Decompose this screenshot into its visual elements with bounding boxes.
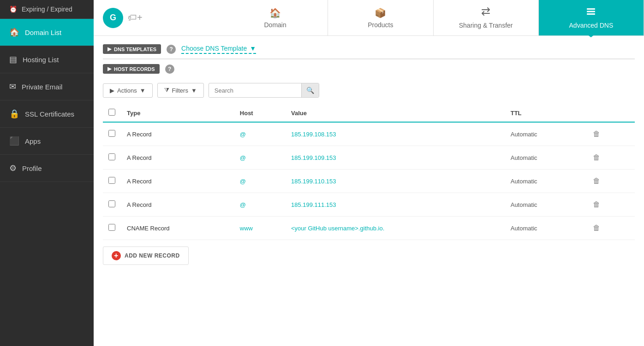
table-row: A Record@185.199.110.153Automatic🗑	[103, 170, 635, 193]
dns-templates-help-icon[interactable]: ?	[167, 45, 176, 54]
search-box: 🔍	[209, 83, 319, 98]
sidebar-item-hosting-list[interactable]: ▤ Hosting List	[0, 46, 94, 73]
filter-icon: ⧩	[164, 87, 169, 94]
record-value: 185.199.108.153	[286, 122, 505, 146]
search-button[interactable]: 🔍	[301, 83, 319, 97]
col-ttl: TTL	[505, 104, 584, 122]
delete-record-button-4[interactable]: 🗑	[590, 223, 603, 233]
actions-button[interactable]: ▶ Actions ▼	[103, 83, 153, 98]
table-row: A Record@185.199.109.153Automatic🗑	[103, 146, 635, 170]
col-host: Host	[234, 104, 286, 122]
dns-templates-section: ▶ DNS TEMPLATES ? Choose DNS Template ▼	[103, 36, 635, 59]
sidebar-item-private-email[interactable]: ✉ Private Email	[0, 73, 94, 100]
filters-button[interactable]: ⧩ Filters ▼	[157, 83, 204, 98]
toolbar: ▶ Actions ▼ ⧩ Filters ▼ 🔍	[103, 80, 635, 104]
record-ttl: Automatic	[505, 193, 584, 217]
record-ttl: Automatic	[505, 170, 584, 193]
dns-template-dropdown[interactable]: Choose DNS Template ▼	[181, 45, 256, 54]
actions-chevron-icon: ▼	[140, 87, 146, 94]
record-value: 185.199.109.153	[286, 146, 505, 170]
record-host: www	[234, 217, 286, 240]
host-records-section: ▶ HOST RECORDS ?	[103, 59, 635, 80]
svg-rect-1	[587, 11, 595, 12]
col-checkbox	[103, 104, 121, 122]
select-all-checkbox[interactable]	[108, 109, 115, 116]
record-ttl: Automatic	[505, 217, 584, 240]
avatar: G	[103, 8, 123, 28]
domain-tab-icon: 🏠	[269, 7, 281, 18]
svg-rect-2	[587, 13, 595, 15]
plus-icon: +	[112, 251, 121, 260]
record-type: A Record	[121, 193, 234, 217]
add-new-record-button[interactable]: + ADD NEW RECORD	[103, 246, 189, 265]
record-host: @	[234, 122, 286, 146]
email-icon: ✉	[9, 82, 16, 92]
dns-templates-badge[interactable]: ▶ DNS TEMPLATES	[103, 44, 161, 54]
server-icon: ▤	[9, 54, 17, 65]
page-content: ▶ DNS TEMPLATES ? Choose DNS Template ▼ …	[94, 36, 644, 274]
lock-icon: 🔒	[9, 109, 19, 119]
record-value: 185.199.110.153	[286, 170, 505, 193]
record-type: A Record	[121, 146, 234, 170]
record-type: CNAME Record	[121, 217, 234, 240]
products-tab-icon: 📦	[375, 7, 386, 18]
badge-arrow: ▶	[107, 46, 111, 52]
avatar-area: G 🏷+	[94, 0, 223, 35]
advanced-dns-tab-icon	[586, 6, 596, 19]
table-row: A Record@185.199.111.153Automatic🗑	[103, 193, 635, 217]
tab-domain[interactable]: 🏠 Domain	[223, 0, 328, 35]
tag-add-icon[interactable]: 🏷+	[128, 12, 143, 23]
row-checkbox-3[interactable]	[108, 200, 115, 207]
filters-chevron-icon: ▼	[191, 87, 197, 94]
record-ttl: Automatic	[505, 146, 584, 170]
delete-record-button-0[interactable]: 🗑	[590, 129, 603, 139]
col-actions	[584, 104, 635, 122]
row-checkbox-4[interactable]	[108, 224, 115, 231]
home-icon: 🏠	[9, 27, 19, 37]
table-row: CNAME Recordwww<your GitHub username>.gi…	[103, 217, 635, 240]
dropdown-arrow-icon: ▼	[250, 45, 256, 52]
sidebar-item-domain-list[interactable]: 🏠 Domain List	[0, 19, 94, 46]
col-value: Value	[286, 104, 505, 122]
dns-records-table: Type Host Value TTL A Record@185.199.108…	[103, 104, 635, 240]
record-host: @	[234, 170, 286, 193]
record-ttl: Automatic	[505, 122, 584, 146]
sidebar-item-apps[interactable]: ⬛ Apps	[0, 128, 94, 155]
tab-advanced-dns[interactable]: Advanced DNS	[539, 0, 644, 35]
delete-record-button-1[interactable]: 🗑	[590, 152, 603, 163]
sidebar-item-expiring-expired[interactable]: ⏰ Expiring / Expired	[0, 0, 94, 19]
sidebar: ⏰ Expiring / Expired 🏠 Domain List ▤ Hos…	[0, 0, 94, 346]
sharing-tab-icon	[481, 6, 491, 19]
search-input[interactable]	[209, 84, 301, 97]
badge-arrow-2: ▶	[107, 66, 111, 72]
record-type: A Record	[121, 122, 234, 146]
col-type: Type	[121, 104, 234, 122]
host-records-badge[interactable]: ▶ HOST RECORDS	[103, 64, 160, 74]
record-host: @	[234, 146, 286, 170]
play-icon: ▶	[110, 87, 114, 94]
gear-icon: ⚙	[9, 163, 17, 173]
row-checkbox-0[interactable]	[108, 130, 115, 137]
tab-bar: 🏠 Domain 📦 Products Sharing & Transfer	[223, 0, 644, 35]
record-value: 185.199.111.153	[286, 193, 505, 217]
row-checkbox-2[interactable]	[108, 177, 115, 184]
tab-products[interactable]: 📦 Products	[328, 0, 433, 35]
host-records-help-icon[interactable]: ?	[165, 65, 174, 74]
row-checkbox-1[interactable]	[108, 153, 115, 160]
tab-sharing-transfer[interactable]: Sharing & Transfer	[434, 0, 539, 35]
table-row: A Record@185.199.108.153Automatic🗑	[103, 122, 635, 146]
record-value: <your GitHub username>.github.io.	[286, 217, 505, 240]
svg-rect-0	[587, 8, 595, 10]
top-bar: G 🏷+ 🏠 Domain 📦 Products Sharing	[94, 0, 644, 36]
sidebar-item-profile[interactable]: ⚙ Profile	[0, 155, 94, 182]
clock-icon: ⏰	[9, 6, 17, 13]
apps-icon: ⬛	[9, 136, 19, 146]
record-type: A Record	[121, 170, 234, 193]
main-content: G 🏷+ 🏠 Domain 📦 Products Sharing	[94, 0, 644, 346]
record-host: @	[234, 193, 286, 217]
delete-record-button-2[interactable]: 🗑	[590, 176, 603, 186]
sidebar-item-ssl-certificates[interactable]: 🔒 SSL Certificates	[0, 100, 94, 128]
delete-record-button-3[interactable]: 🗑	[590, 199, 603, 210]
